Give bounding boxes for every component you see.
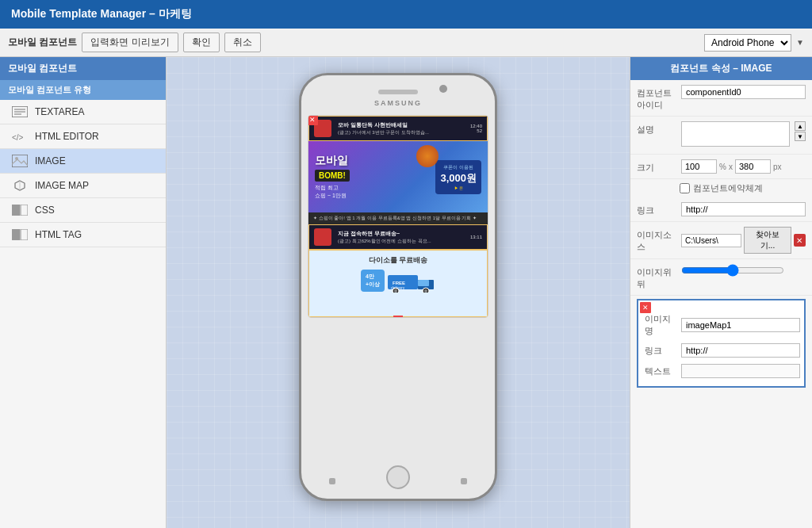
ad-strip-text: ✦ 쇼핑이 좋아! 앱 1 개월 이용 무료등록&영 앱 신청하면 1달 무료이… [313,215,483,222]
image-src-label: 이미지소스 [637,227,676,253]
ad2-bomb-graphic [416,145,439,167]
ad-block-1: 모바 일통단독 사현반배세일 (광고) 가너에서 3번만 구문이 도착하였습..… [308,116,488,141]
prop-checkbox-row: 컴포넌트에약체계 [630,179,812,197]
size-width-input[interactable] [681,159,717,174]
size-value-wrap: % x px [681,159,806,174]
prop-row-link: 링크 [630,197,812,222]
preview-button[interactable]: 입력화면 미리보기 [82,33,178,52]
sidebar-item-textarea[interactable]: TEXTAREA [0,100,166,124]
phone-nav-right [461,478,467,484]
image-position-slider[interactable] [681,264,784,277]
ad-block-4: 다이소를 무료배송 4만+이상 [308,250,488,317]
right-panel: 컴포넌트 속성 – IMAGE 컴포넌트아이디 설명 ▲ ▼ 크기 [630,57,812,528]
component-checkbox[interactable] [680,183,690,193]
link-input[interactable] [681,202,806,216]
component-id-label: 컴포넌트아이디 [637,85,676,111]
svg-point-17 [424,289,427,293]
sidebar-label-html-tag: HTML TAG [35,229,82,240]
sidebar-item-image-map[interactable]: IMAGE MAP [0,174,166,198]
ad-block-3: 지금 접속하면 무료배송~ (광고) 최고62%할인 어전에 쇼핑하는 꼭요..… [308,224,488,250]
phone-nav-left [329,478,335,484]
phone-camera [439,85,447,93]
confirm-button[interactable]: 확인 [183,33,220,52]
checkbox-label: 컴포넌트에약체계 [693,182,763,194]
sidebar-item-image[interactable]: IMAGE [0,149,166,174]
sidebar-label-css: CSS [35,205,55,216]
description-textarea[interactable] [681,121,790,147]
ad4-content: 4만+이상 FREE delivery [314,269,482,293]
ad2-coupon-label: 쿠폰이 이용된 [440,164,477,171]
sidebar-item-html-tag[interactable]: HTML TAG [0,223,166,247]
ad1-time: 12:40 52 [470,124,482,133]
description-up-btn[interactable]: ▲ [795,121,806,131]
popup-image-name-input[interactable] [681,318,800,332]
chevron-down-icon: ▼ [796,38,804,47]
svg-text:delivery: delivery [391,285,405,290]
sidebar-header: 모바일 컴포넌트 [0,57,166,80]
image-src-input[interactable] [681,234,741,247]
toolbar: 모바일 컴포넌트 입력화면 미리보기 확인 취소 Android Phone i… [0,29,812,57]
component-id-input[interactable] [681,85,806,99]
prop-row-component-id: 컴포넌트아이디 [630,80,812,117]
popup-text-input[interactable] [681,364,800,378]
ad4-title: 다이소를 무료배송 [314,255,482,266]
ad-strip: ✦ 쇼핑이 좋아! 앱 1 개월 이용 무료등록&영 앱 신청하면 1달 무료이… [308,212,488,224]
sidebar-item-html-editor[interactable]: </> HTML EDITOR [0,124,166,149]
popup-text-label: 텍스트 [645,365,676,377]
svg-rect-9 [21,205,28,216]
phone-speaker [378,90,418,94]
phone-home-button[interactable] [386,465,410,489]
css-icon [11,204,29,216]
toolbar-component-label: 모바일 컴포넌트 [8,36,77,49]
popup-close-btn[interactable]: ✕ [640,302,651,313]
size-group: % x px [681,159,806,174]
description-value-wrap [681,121,790,149]
screen-top-delete-btn[interactable]: ✕ [308,115,318,125]
prop-row-image-src: 이미지소스 찾아보기... ✕ [630,222,812,259]
browse-group: 찾아보기... ✕ [681,227,806,254]
device-select[interactable]: Android Phone iPhone [704,34,791,52]
size-height-input[interactable] [735,159,771,174]
html-editor-icon: </> [11,130,29,143]
ad3-icon [314,228,331,246]
phone-mockup: SAMSUNG ✕ 모바 일통단독 사현반배세일 (광고) 가너에서 3번만 구… [299,73,497,501]
description-label: 설명 [637,121,676,136]
popup-image-name-label: 이미지명 [645,313,676,337]
svg-rect-8 [12,205,20,216]
image-src-value-wrap: 찾아보기... ✕ [681,227,806,254]
ad1-count: 52 [470,128,482,133]
svg-rect-5 [12,155,28,167]
title-text: Mobile Template Manager – 마케팅 [11,7,192,21]
size-label: 크기 [637,159,676,174]
toolbar-left: 모바일 컴포넌트 입력화면 미리보기 확인 취소 [8,33,698,52]
popup-row-image-name: 이미지명 [645,310,798,340]
ad4-percent: 4만+이상 [361,270,385,292]
ad3-time: 13:11 [470,235,482,239]
canvas-area: SAMSUNG ✕ 모바 일통단독 사현반배세일 (광고) 가너에서 3번만 구… [167,57,630,528]
description-spin-btns: ▲ ▼ [795,121,806,141]
size-unit-px: px [773,163,782,171]
sidebar-label-image-map: IMAGE MAP [35,180,89,191]
ad3-delete-btn[interactable]: ✕ [393,316,403,318]
image-map-icon [11,179,29,192]
browse-button[interactable]: 찾아보기... [744,227,791,254]
phone-brand: SAMSUNG [374,99,422,107]
popup-link-input[interactable] [681,343,800,358]
ad-block-2: 모바일 BOMB! 적립 최고쇼핑 ~ 1만원 쿠폰이 이용된 3,000원 ▶… [308,141,488,212]
prop-row-description: 설명 ▲ ▼ [630,117,812,155]
sidebar-label-textarea: TEXTAREA [35,106,84,117]
ad2-coupon-sub: ▶ 폰 [440,186,477,190]
prop-row-size: 크기 % x px [630,155,812,179]
cancel-button[interactable]: 취소 [224,33,261,52]
link-value-wrap [681,202,806,216]
truck-icon: FREE delivery [388,269,435,293]
description-down-btn[interactable]: ▼ [795,132,806,141]
textarea-icon [11,105,29,118]
title-bar: Mobile Template Manager – 마케팅 [0,0,812,29]
sidebar-label-image: IMAGE [35,155,66,166]
clear-image-button[interactable]: ✕ [794,234,806,247]
sidebar-item-css[interactable]: CSS [0,198,166,223]
html-tag-icon [11,228,29,241]
ad1-subtitle: (광고) 가너에서 3번만 구문이 도착하였습... [338,129,467,136]
svg-text:</>: </> [12,133,24,142]
